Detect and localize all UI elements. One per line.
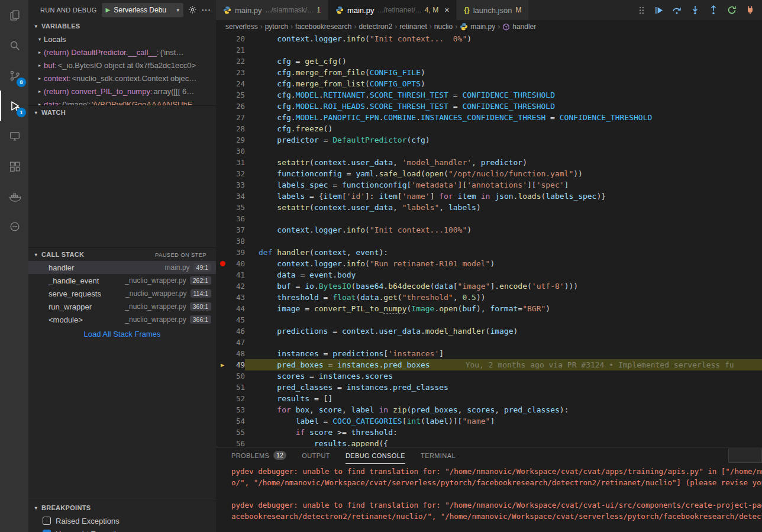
code-line[interactable]: 23 cfg.merge_from_file(CONFIG_FILE) (216, 67, 762, 78)
breakpoint-checkbox[interactable]: ✓ (43, 530, 51, 532)
launch-config-dropdown[interactable]: ▶ Serverless Debu ▾ (102, 3, 183, 17)
variable-row[interactable]: ▸data: {'image': 'iVBORw0KGgoAAAANSUhE… (28, 98, 216, 105)
stack-frame[interactable]: <module>_nuclio_wrapper.py366:1 (28, 313, 216, 326)
editor-tab[interactable]: main.py.../siammask/...1 (216, 0, 328, 20)
code-line[interactable]: 36 (216, 213, 762, 224)
disconnect-icon[interactable] (745, 5, 755, 15)
panel-tab-terminal[interactable]: TERMINAL (421, 447, 456, 464)
stack-frame[interactable]: serve_requests_nuclio_wrapper.py114:1 (28, 287, 216, 300)
code-line[interactable]: 50 scores = instances.scores (216, 370, 762, 382)
code-line[interactable]: 26 cfg.MODEL.ROI_HEADS.SCORE_THRESH_TEST… (216, 101, 762, 112)
close-icon[interactable]: × (444, 5, 449, 15)
breadcrumb-item[interactable]: retinanet (399, 22, 427, 31)
breadcrumb-item[interactable]: nuclio (434, 22, 453, 31)
activity-item-explorer[interactable] (0, 0, 28, 30)
restart-icon[interactable] (727, 5, 737, 15)
breakpoint-row[interactable]: Raised Exceptions (28, 514, 216, 527)
code-line[interactable]: 25 cfg.MODEL.RETINANET.SCORE_THRESH_TEST… (216, 89, 762, 101)
stack-frame[interactable]: _handle_event_nuclio_wrapper.py262:1 (28, 274, 216, 287)
panel-tab-problems[interactable]: PROBLEMS12 (231, 447, 286, 464)
console-line[interactable]: o/", "/home/nmanovic/Workspace/cvat/serv… (231, 477, 762, 488)
code-line[interactable]: 30 (216, 146, 762, 157)
step-out-icon[interactable] (709, 5, 718, 15)
variable-row[interactable]: ▸context: <nuclio_sdk.context.Context ob… (28, 72, 216, 85)
gear-icon[interactable] (188, 5, 197, 14)
code-line[interactable]: 21 (216, 44, 762, 56)
console-line[interactable] (231, 488, 762, 499)
variable-row[interactable]: ▸(return) convert_PIL_to_numpy: array([[… (28, 85, 216, 98)
code-line[interactable]: 29 predictor = DefaultPredictor(cfg) (216, 134, 762, 146)
breadcrumb-item[interactable]: detectron2 (359, 22, 392, 31)
breakpoint-checkbox[interactable] (43, 517, 51, 525)
code-line[interactable]: 35 setattr(context.user_data, "labels", … (216, 202, 762, 213)
continue-icon[interactable] (654, 6, 663, 15)
code-line[interactable]: 51 pred_classes = instances.pred_classes (216, 382, 762, 393)
watch-section-header[interactable]: ▾ WATCH (28, 106, 216, 119)
code-line[interactable]: 45 (216, 314, 762, 325)
variable-row[interactable]: ▸buf: <_io.BytesIO object at 0x7f5a2dc1e… (28, 59, 216, 72)
stack-frame[interactable]: handlermain.py49:1 (28, 261, 216, 274)
code-line[interactable]: 53 for box, score, label in zip(pred_box… (216, 404, 762, 415)
editor-tab[interactable]: main.py.../retinanet/...4, M× (328, 0, 457, 20)
code-line[interactable]: 48 instances = predictions['instances'] (216, 348, 762, 359)
console-line[interactable]: pydev debugger: unable to find translati… (231, 499, 762, 511)
breadcrumb-item[interactable]: facebookresearch (295, 22, 351, 31)
code-line[interactable]: 37 context.logger.info("Init context...1… (216, 224, 762, 236)
code-line[interactable]: 20 context.logger.info("Init context... … (216, 33, 762, 44)
breakpoint-row[interactable]: ✓Uncaught Exceptions (28, 527, 216, 532)
code-line[interactable]: 42 buf = io.BytesIO(base64.b64decode(dat… (216, 280, 762, 292)
code-line[interactable]: ▶49 pred_boxes = instances.pred_boxesYou… (216, 359, 762, 370)
code-line[interactable]: 55 if score >= threshold: (216, 427, 762, 438)
code-line[interactable]: 31 setattr(context.user_data, 'model_han… (216, 157, 762, 168)
activity-item-search[interactable] (0, 30, 28, 60)
code-line[interactable]: 39def handler(context, event): (216, 247, 762, 258)
code-line[interactable]: 52 results = [] (216, 393, 762, 404)
stack-frame[interactable]: run_wrapper_nuclio_wrapper.py360:1 (28, 300, 216, 313)
activity-item-extensions[interactable] (0, 151, 28, 181)
call-stack-section-header[interactable]: ▾ CALL STACK PAUSED ON STEP (28, 248, 216, 261)
code-line[interactable]: 47 (216, 337, 762, 348)
code-editor[interactable]: 20 context.logger.info("Init context... … (216, 33, 762, 447)
code-line[interactable]: 27 cfg.MODEL.PANOPTIC_FPN.COMBINE.INSTAN… (216, 112, 762, 123)
code-line[interactable]: 33 labels_spec = functionconfig['metadat… (216, 179, 762, 191)
panel-tab-output[interactable]: OUTPUT (302, 447, 330, 464)
code-line[interactable]: 43 threshold = float(data.get("threshold… (216, 292, 762, 303)
more-actions-icon[interactable]: ··· (202, 5, 211, 14)
start-debugging-icon[interactable]: ▶ (106, 7, 111, 13)
console-line[interactable]: acebookresearch/detectron2/retinanet/nuc… (231, 511, 762, 522)
code-line[interactable]: 38 (216, 236, 762, 247)
breadcrumb-item[interactable]: pytorch (265, 22, 288, 31)
variables-section-header[interactable]: ▾ VARIABLES (28, 20, 216, 33)
panel-tab-debug-console[interactable]: DEBUG CONSOLE (346, 447, 405, 464)
step-into-icon[interactable] (690, 5, 700, 15)
breadcrumb-item[interactable]: main.py (460, 22, 495, 31)
activity-item-tools[interactable] (0, 211, 28, 241)
code-line[interactable]: 40 context.logger.info("Run retinanet-R1… (216, 258, 762, 269)
code-line[interactable]: 44 image = convert_PIL_to_numpy(Image.op… (216, 303, 762, 314)
activity-item-source-control[interactable]: 8 (0, 60, 28, 91)
activity-item-docker[interactable] (0, 181, 28, 211)
code-line[interactable]: 24 cfg.merge_from_list(CONFIG_OPTS) (216, 78, 762, 89)
code-line[interactable]: 32 functionconfig = yaml.safe_load(open(… (216, 168, 762, 179)
console-line[interactable]: pydev debugger: unable to find translati… (231, 466, 762, 477)
debug-console-output[interactable]: pydev debugger: unable to find translati… (216, 464, 762, 532)
activity-item-remote-explorer[interactable] (0, 121, 28, 151)
scope-locals[interactable]: ▾ Locals (28, 33, 216, 46)
code-line[interactable]: 41 data = event.body (216, 269, 762, 280)
grip-icon[interactable] (638, 6, 645, 15)
activity-item-run-debug[interactable]: 1 (0, 91, 28, 121)
code-line[interactable]: 28 cfg.freeze() (216, 123, 762, 134)
breadcrumb-item[interactable]: handler (502, 22, 536, 31)
load-all-stack-frames-link[interactable]: Load All Stack Frames (28, 330, 216, 338)
code-line[interactable]: 34 labels = {item['id']: item['name'] fo… (216, 191, 762, 202)
code-line[interactable]: 54 label = COCO_CATEGORIES[int(label)]["… (216, 415, 762, 427)
breakpoints-section-header[interactable]: ▾ BREAKPOINTS (28, 501, 216, 514)
console-filter-input[interactable] (728, 449, 762, 463)
variable-row[interactable]: ▸(return) DefaultPredictor.__call__: {'i… (28, 46, 216, 59)
step-over-icon[interactable] (672, 5, 682, 15)
code-line[interactable]: 22 cfg = get_cfg() (216, 56, 762, 67)
breadcrumb-item[interactable]: serverless (225, 22, 258, 31)
code-line[interactable]: 46 predictions = context.user_data.model… (216, 325, 762, 337)
editor-tab[interactable]: {}launch.jsonM (457, 0, 529, 20)
code-line[interactable]: 56 results.append({ (216, 438, 762, 447)
